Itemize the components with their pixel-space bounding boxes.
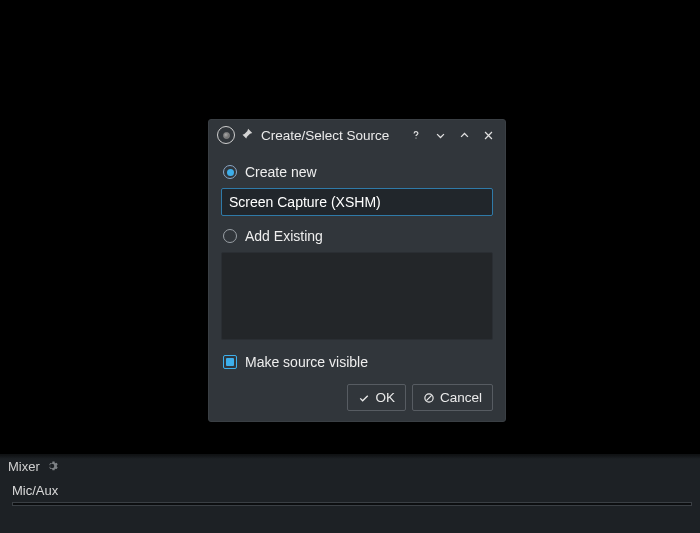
vu-meter[interactable] (12, 502, 692, 506)
pin-icon[interactable] (241, 128, 253, 143)
chevron-down-icon[interactable] (431, 126, 449, 144)
dialog-button-row: OK Cancel (221, 384, 493, 411)
radio-unselected-icon (223, 229, 237, 243)
dialog-body: Create new Add Existing Make source visi… (209, 150, 505, 421)
make-visible-checkbox[interactable]: Make source visible (221, 350, 493, 374)
help-icon[interactable] (407, 126, 425, 144)
radio-selected-icon (223, 165, 237, 179)
create-new-label: Create new (245, 164, 317, 180)
mixer-panel-title: Mixer (8, 459, 40, 474)
create-select-source-dialog: Create/Select Source Create new Add Exis… (208, 119, 506, 422)
chevron-up-icon[interactable] (455, 126, 473, 144)
check-icon (358, 392, 370, 404)
create-new-radio[interactable]: Create new (221, 160, 493, 184)
dialog-titlebar: Create/Select Source (209, 120, 505, 150)
make-visible-label: Make source visible (245, 354, 368, 370)
gear-icon[interactable] (46, 460, 58, 472)
cancel-icon (423, 392, 435, 404)
add-existing-radio[interactable]: Add Existing (221, 224, 493, 248)
svg-point-0 (415, 137, 416, 138)
obs-app-icon (217, 126, 235, 144)
close-icon[interactable] (479, 126, 497, 144)
cancel-label: Cancel (440, 390, 482, 405)
ok-label: OK (375, 390, 395, 405)
dialog-title: Create/Select Source (259, 128, 401, 143)
existing-sources-list[interactable] (221, 252, 493, 340)
checkbox-checked-icon (223, 355, 237, 369)
mixer-content: Mic/Aux (0, 477, 700, 506)
add-existing-label: Add Existing (245, 228, 323, 244)
mixer-panel: Mixer Mic/Aux (0, 454, 700, 533)
source-name-input[interactable] (221, 188, 493, 216)
cancel-button[interactable]: Cancel (412, 384, 493, 411)
mixer-channel-label: Mic/Aux (12, 483, 692, 498)
ok-button[interactable]: OK (347, 384, 406, 411)
source-name-field-wrap (221, 188, 493, 216)
